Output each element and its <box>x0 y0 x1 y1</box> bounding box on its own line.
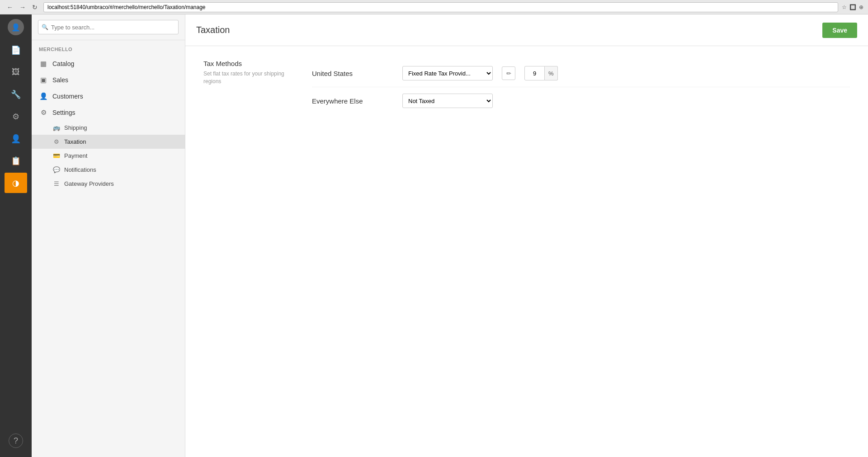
tax-rate-suffix: % <box>545 66 558 80</box>
everywhere-provider-select[interactable]: Not Taxed <box>402 94 493 108</box>
forward-button[interactable]: → <box>17 3 28 12</box>
sidebar-item-customers-label: Customers <box>52 93 83 100</box>
sidebar-icon-document[interactable]: 📄 <box>5 40 27 60</box>
sidebar-icon-active[interactable]: ◑ <box>5 173 27 193</box>
tax-rate-wrap: % <box>524 66 558 80</box>
notifications-icon: 💬 <box>52 166 61 173</box>
icon-bar: 👤 📄 🖼 🔧 ⚙ 👤 📋 ◑ ? <box>0 14 32 457</box>
browser-icons: ☆ 🔲 ⊕ <box>842 4 863 10</box>
region-us: United States <box>312 70 393 77</box>
us-tax-rate-input[interactable] <box>524 66 545 80</box>
sidebar-item-sales-label: Sales <box>52 76 68 84</box>
reload-button[interactable]: ↻ <box>30 3 40 12</box>
ext-icon-1: 🔲 <box>849 4 856 10</box>
sidebar-icon-list[interactable]: 📋 <box>5 151 27 171</box>
main-content: Taxation Save Tax Methods Set flat tax r… <box>185 14 868 457</box>
sidebar-item-shipping[interactable]: 🚌 Shipping <box>32 121 185 135</box>
payment-icon: 💳 <box>52 152 61 159</box>
edit-us-provider-button[interactable]: ✏ <box>502 66 515 80</box>
tax-content-col: United States Fixed Rate Tax Provid... ✏… <box>312 60 850 114</box>
table-row: Everywhere Else Not Taxed <box>312 87 850 114</box>
tax-section: Tax Methods Set flat tax rates for your … <box>203 60 850 114</box>
back-button[interactable]: ← <box>5 3 15 12</box>
settings-icon: ⚙ <box>39 108 48 117</box>
bookmark-icon: ☆ <box>842 4 847 10</box>
sidebar-item-settings[interactable]: ⚙ Settings <box>32 104 185 121</box>
sidebar-item-payment[interactable]: 💳 Payment <box>32 149 185 163</box>
table-row: United States Fixed Rate Tax Provid... ✏… <box>312 60 850 87</box>
search-wrap <box>38 20 179 34</box>
search-input[interactable] <box>38 20 179 34</box>
tax-methods-description: Set flat tax rates for your shipping reg… <box>203 70 294 85</box>
save-button[interactable]: Save <box>822 23 857 38</box>
browser-bar: ← → ↻ ☆ 🔲 ⊕ <box>0 0 868 14</box>
sidebar-item-customers[interactable]: 👤 Customers <box>32 88 185 104</box>
catalog-icon: ▦ <box>39 60 48 68</box>
sidebar-item-payment-label: Payment <box>64 152 87 159</box>
content-body: Tax Methods Set flat tax rates for your … <box>185 46 868 457</box>
tax-methods-label: Tax Methods <box>203 60 294 67</box>
sidebar-item-catalog-label: Catalog <box>52 60 74 67</box>
avatar[interactable]: 👤 <box>8 19 24 35</box>
sidebar-icon-user[interactable]: 👤 <box>5 128 27 149</box>
shipping-icon: 🚌 <box>52 124 61 131</box>
section-label: MERCHELLO <box>32 40 185 56</box>
search-box <box>32 14 185 40</box>
sidebar-item-shipping-label: Shipping <box>64 124 87 131</box>
customers-icon: 👤 <box>39 92 48 100</box>
gateway-icon: ☰ <box>52 180 61 187</box>
sidebar-item-gateway-providers[interactable]: ☰ Gateway Providers <box>32 177 185 191</box>
sidebar-item-settings-label: Settings <box>52 109 75 116</box>
region-everywhere: Everywhere Else <box>312 97 393 105</box>
sidebar: MERCHELLO ▦ Catalog ▣ Sales 👤 Customers … <box>32 14 185 457</box>
sidebar-item-sales[interactable]: ▣ Sales <box>32 72 185 88</box>
browser-nav: ← → ↻ <box>5 3 40 12</box>
sidebar-item-taxation-label: Taxation <box>64 138 86 145</box>
sidebar-item-catalog[interactable]: ▦ Catalog <box>32 56 185 72</box>
sidebar-item-gateway-providers-label: Gateway Providers <box>64 180 114 187</box>
tax-label-col: Tax Methods Set flat tax rates for your … <box>203 60 294 114</box>
taxation-icon: ⚙ <box>52 138 61 145</box>
help-icon-button[interactable]: ? <box>9 433 23 448</box>
us-provider-select[interactable]: Fixed Rate Tax Provid... <box>402 66 493 80</box>
ext-icon-2: ⊕ <box>859 4 863 10</box>
sales-icon: ▣ <box>39 76 48 84</box>
content-header: Taxation Save <box>185 14 868 46</box>
sidebar-item-notifications[interactable]: 💬 Notifications <box>32 163 185 177</box>
page-title: Taxation <box>196 25 230 35</box>
sidebar-icon-gear[interactable]: ⚙ <box>5 106 27 127</box>
sidebar-icon-image[interactable]: 🖼 <box>5 62 27 82</box>
sidebar-item-notifications-label: Notifications <box>64 166 96 173</box>
sidebar-icon-tools[interactable]: 🔧 <box>5 84 27 104</box>
app-container: 👤 📄 🖼 🔧 ⚙ 👤 📋 ◑ ? MERCHELLO ▦ Catalog ▣ … <box>0 14 868 457</box>
sidebar-item-taxation[interactable]: ⚙ Taxation <box>32 135 185 149</box>
address-bar[interactable] <box>43 2 838 12</box>
